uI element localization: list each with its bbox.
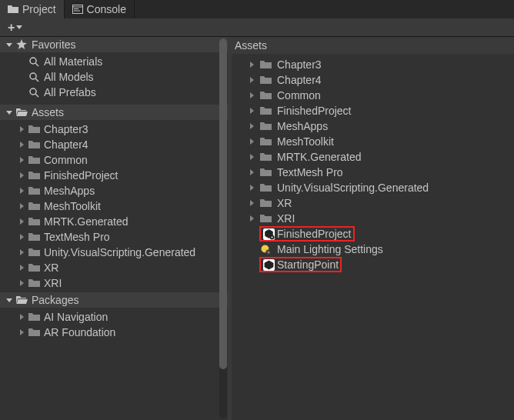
item-label: Unity.VisualScripting.Generated: [44, 246, 195, 258]
expand-arrow-icon[interactable]: [17, 217, 26, 226]
favorite-item[interactable]: All Prefabs: [0, 85, 228, 100]
item-label: XRI: [44, 277, 62, 289]
expand-arrow-icon[interactable]: [17, 263, 26, 272]
expand-arrow-icon[interactable]: [17, 186, 26, 195]
expand-arrow-icon[interactable]: [17, 248, 26, 257]
folder-tree-item[interactable]: AI Navigation: [0, 309, 228, 325]
expand-arrow-icon[interactable]: [5, 40, 14, 49]
asset-item-folder[interactable]: XRI: [232, 211, 514, 226]
folder-tree-item[interactable]: Chapter4: [0, 137, 228, 152]
folder-icon: [28, 262, 40, 274]
folder-icon: [28, 231, 40, 243]
folder-icon: [8, 4, 18, 15]
item-label: MeshToolkit: [277, 135, 334, 148]
assets-section[interactable]: Assets: [0, 105, 228, 120]
assets-tree: Chapter3Chapter4CommonFinishedProjectMes…: [0, 120, 228, 292]
folder-tree-item[interactable]: Common: [0, 152, 228, 168]
item-label: All Prefabs: [44, 86, 96, 98]
expand-arrow-icon[interactable]: [17, 328, 26, 337]
scrollbar-thumb[interactable]: [219, 38, 227, 369]
asset-item-folder[interactable]: Chapter4: [232, 72, 514, 88]
folder-icon: [28, 311, 40, 323]
folder-tree-item[interactable]: MeshApps: [0, 183, 228, 198]
expand-arrow-icon[interactable]: [247, 122, 256, 131]
item-label: All Models: [44, 71, 94, 83]
scrollbar[interactable]: [219, 38, 227, 418]
spacer: [247, 229, 256, 238]
expand-arrow-icon[interactable]: [247, 91, 256, 100]
tab-console[interactable]: Console: [65, 0, 135, 18]
item-label: MeshApps: [277, 120, 328, 132]
favorite-item[interactable]: All Materials: [0, 54, 228, 69]
asset-item-folder[interactable]: TextMesh Pro: [232, 165, 514, 180]
asset-item-folder[interactable]: FinishedProject: [232, 103, 514, 118]
expand-arrow-icon[interactable]: [17, 202, 26, 211]
assets-label: Assets: [32, 106, 64, 118]
console-icon: [72, 4, 83, 15]
expand-arrow-icon[interactable]: [17, 232, 26, 242]
asset-item-folder[interactable]: Unity.VisualScripting.Generated: [232, 180, 514, 195]
expand-arrow-icon[interactable]: [247, 214, 256, 223]
folder-icon: [259, 105, 272, 117]
favorite-item[interactable]: All Models: [0, 69, 228, 85]
expand-arrow-icon[interactable]: [5, 295, 14, 305]
item-label: AI Navigation: [44, 311, 108, 323]
asset-item-scene[interactable]: FinishedProject: [232, 226, 514, 242]
breadcrumb[interactable]: Assets: [232, 37, 514, 54]
folder-icon: [28, 123, 40, 135]
folder-tree-item[interactable]: TextMesh Pro: [0, 229, 228, 245]
folder-icon: [259, 135, 272, 148]
expand-arrow-icon[interactable]: [247, 168, 256, 177]
expand-arrow-icon[interactable]: [247, 60, 256, 69]
expand-arrow-icon[interactable]: [17, 125, 26, 134]
folder-icon: [28, 169, 40, 182]
expand-arrow-icon[interactable]: [247, 106, 256, 115]
favorites-section[interactable]: Favorites: [0, 37, 228, 52]
expand-arrow-icon[interactable]: [17, 278, 26, 288]
expand-arrow-icon[interactable]: [247, 137, 256, 146]
asset-item-folder[interactable]: Chapter3: [232, 57, 514, 72]
asset-item-folder[interactable]: MeshToolkit: [232, 134, 514, 149]
expand-arrow-icon[interactable]: [247, 152, 256, 162]
svg-line-5: [35, 63, 38, 66]
expand-arrow-icon[interactable]: [247, 75, 256, 85]
folder-icon: [259, 212, 272, 225]
expand-arrow-icon[interactable]: [17, 140, 26, 149]
folder-tree-item[interactable]: XRI: [0, 275, 228, 291]
folder-tree-item[interactable]: MRTK.Generated: [0, 214, 228, 229]
item-label: XR: [44, 262, 58, 274]
expand-arrow-icon[interactable]: [17, 171, 26, 180]
folder-icon: [259, 166, 272, 178]
plus-icon: +: [8, 21, 15, 35]
item-label: MeshApps: [44, 185, 95, 197]
folder-icon: [259, 197, 272, 209]
folder-tree-item[interactable]: FinishedProject: [0, 168, 228, 183]
expand-arrow-icon[interactable]: [17, 312, 26, 322]
folder-tree-item[interactable]: XR: [0, 260, 228, 275]
item-label: All Materials: [44, 55, 102, 68]
asset-item-scene[interactable]: StartingPoint: [232, 257, 514, 272]
expand-arrow-icon[interactable]: [247, 183, 256, 192]
expand-arrow-icon[interactable]: [247, 198, 256, 208]
asset-item-folder[interactable]: MeshApps: [232, 118, 514, 134]
asset-item-folder[interactable]: Common: [232, 88, 514, 103]
item-label: MeshToolkit: [44, 200, 101, 212]
expand-arrow-icon[interactable]: [17, 155, 26, 165]
folder-tree-item[interactable]: Unity.VisualScripting.Generated: [0, 245, 228, 260]
tab-project[interactable]: Project: [0, 0, 65, 18]
item-label: XRI: [277, 212, 295, 225]
create-button[interactable]: +: [5, 19, 25, 36]
expand-arrow-icon[interactable]: [5, 108, 14, 117]
asset-item-folder[interactable]: XR: [232, 195, 514, 211]
packages-section[interactable]: Packages: [0, 292, 228, 308]
item-label: MRTK.Generated: [44, 215, 128, 228]
folder-tree-item[interactable]: MeshToolkit: [0, 198, 228, 214]
folder-icon: [259, 58, 272, 71]
folder-icon: [259, 182, 272, 194]
asset-item-folder[interactable]: MRTK.Generated: [232, 149, 514, 165]
search-icon: [28, 86, 40, 98]
folder-tree-item[interactable]: Chapter3: [0, 122, 228, 137]
folder-icon: [28, 326, 40, 338]
asset-item-lighting[interactable]: Main Lighting Settings: [232, 242, 514, 257]
folder-tree-item[interactable]: AR Foundation: [0, 325, 228, 340]
